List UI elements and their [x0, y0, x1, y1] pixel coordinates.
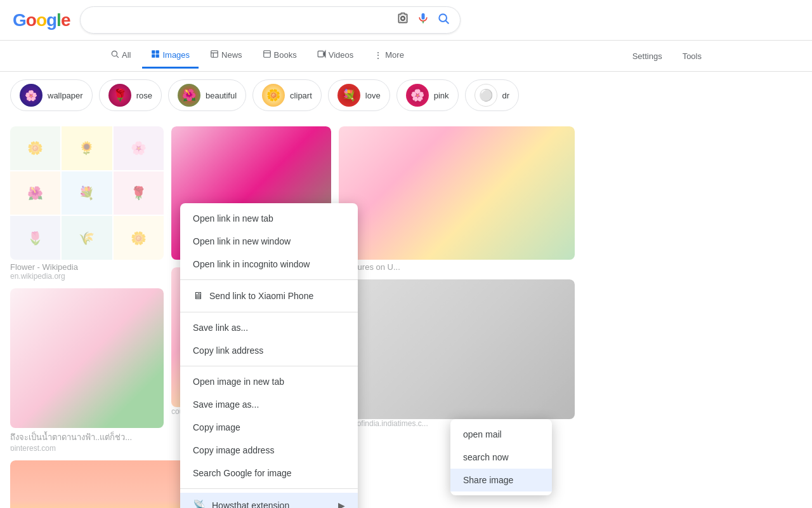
pink-chip-img: 🌸: [406, 84, 429, 107]
nav-bar: All Images News Books Videos ⋮ More Sett…: [0, 41, 812, 72]
ctx-copy-link-label: Copy link address: [193, 345, 263, 356]
svg-point-5: [112, 51, 117, 56]
pink-chip-label: pink: [434, 91, 449, 100]
ctx-howsthat[interactable]: 📡 Howsthat extension ▶: [180, 493, 358, 508]
nav-videos[interactable]: Videos: [308, 43, 363, 69]
ctx-open-image-tab-label: Open image in new tab: [193, 377, 284, 387]
ctx-submenu-arrow: ▶: [338, 500, 345, 509]
rose-image-source: pinterest.com: [10, 444, 164, 453]
wiki-cell-5: 💐: [62, 171, 112, 215]
wiki-cell-1: 🌼: [10, 126, 60, 170]
col3-row2-image: [339, 279, 575, 419]
ctx-open-image-tab[interactable]: Open image in new tab: [180, 370, 358, 393]
svg-rect-14: [263, 51, 270, 58]
image-column-1: 🌼 🌻 🌸 🌺 💐 🌹 🌷 🌾 🌼 Flower - Wikipedia en.…: [10, 126, 164, 453]
image-card-wikipedia[interactable]: 🌼 🌻 🌸 🌺 💐 🌹 🌷 🌾 🌼 Flower - Wikipedia en.…: [10, 126, 164, 281]
nav-videos-label: Videos: [329, 50, 354, 60]
svg-point-1: [402, 17, 405, 20]
filter-chip-love[interactable]: 💐 love: [328, 79, 390, 111]
ctx-save-image[interactable]: Save image as...: [180, 393, 358, 416]
ctx-copy-image-address-label: Copy image address: [193, 445, 274, 455]
bouquet-image: [339, 126, 575, 260]
rose-chip-img: 🌹: [108, 84, 131, 107]
image-card-col3-row2[interactable]: timesofindia.indiatimes.c...: [339, 279, 575, 428]
ctx-xiaomi-icon: 🖥: [193, 290, 203, 302]
wiki-cell-7: 🌷: [10, 216, 60, 260]
image-grid: 🌼 🌻 🌸 🌺 💐 🌹 🌷 🌾 🌼 Flower - Wikipedia en.…: [0, 119, 812, 508]
filter-chips: 🌸 wallpaper 🌹 rose 🌺 beautiful 🌼 clipart…: [0, 72, 812, 119]
search-bar: flower: [80, 6, 461, 34]
ctx-howsthat-icon: 📡: [193, 499, 206, 508]
clipart-chip-img: 🌼: [262, 84, 285, 107]
nav-books[interactable]: Books: [254, 43, 306, 69]
nav-settings[interactable]: Settings: [624, 45, 671, 67]
nav-all[interactable]: All: [102, 43, 140, 69]
love-chip-label: love: [365, 91, 381, 100]
svg-rect-16: [318, 51, 324, 57]
search-button[interactable]: [437, 12, 450, 28]
ctx-sep-4: [180, 488, 358, 489]
search-icons: [396, 12, 450, 28]
nav-all-label: All: [122, 50, 131, 60]
ctx-open-new-window[interactable]: Open link in new window: [180, 230, 358, 253]
google-logo[interactable]: Google: [13, 10, 70, 30]
ctx-save-link[interactable]: Save link as...: [180, 316, 358, 339]
ctx-send-xiaomi-label: Send link to Xiaomi Phone: [209, 291, 313, 301]
all-icon: [110, 50, 119, 60]
images-icon: [151, 50, 160, 60]
beautiful-chip-label: beautiful: [206, 91, 237, 100]
image-card-rose[interactable]: ถึงจะเป็นน้ำตาดานางฟ้า..แต่ก็ช่ว... pint…: [10, 288, 164, 453]
filter-chip-rose[interactable]: 🌹 rose: [99, 79, 162, 111]
col3-row2-bg: [339, 279, 575, 419]
nav-settings-label: Settings: [632, 51, 662, 61]
svg-point-3: [440, 14, 447, 22]
nav-tools[interactable]: Tools: [674, 45, 710, 67]
ctx-open-new-tab[interactable]: Open link in new tab: [180, 207, 358, 230]
image-title-wikipedia: Flower - Wikipedia: [10, 262, 164, 272]
svg-rect-8: [156, 50, 159, 53]
nav-more[interactable]: ⋮ More: [365, 44, 413, 69]
wiki-cell-3: 🌸: [114, 126, 164, 170]
ctx-copy-link[interactable]: Copy link address: [180, 339, 358, 362]
rose-chip-label: rose: [136, 91, 152, 100]
filter-chip-wallpaper[interactable]: 🌸 wallpaper: [10, 79, 93, 111]
ctx-search-google-image[interactable]: Search Google for image: [180, 462, 358, 485]
ctx-save-link-label: Save link as...: [193, 323, 248, 333]
sub-search-now[interactable]: search now: [450, 446, 552, 469]
context-menu: Open link in new tab Open link in new wi…: [180, 203, 358, 508]
rose-image-title: ถึงจะเป็นน้ำตาดานางฟ้า..แต่ก็ช่ว...: [10, 431, 164, 444]
nav-right: Settings Tools: [624, 45, 710, 67]
ctx-copy-image-address[interactable]: Copy image address: [180, 439, 358, 462]
nav-images[interactable]: Images: [142, 43, 199, 69]
nav-news-label: News: [221, 50, 242, 60]
image-column-3: r Pictures on U... timesofindia.indiatim…: [339, 126, 575, 453]
wiki-cell-4: 🌺: [10, 171, 60, 215]
sub-share-image[interactable]: Share image: [450, 469, 552, 491]
videos-icon: [317, 50, 326, 60]
ctx-sep-3: [180, 366, 358, 366]
clipart-chip-label: clipart: [290, 91, 312, 100]
nav-news[interactable]: News: [201, 43, 251, 69]
submenu: open mail search now Share image: [450, 419, 552, 495]
nav-more-label: More: [385, 50, 404, 60]
image-card-bouquet[interactable]: r Pictures on U...: [339, 126, 575, 272]
filter-chip-pink[interactable]: 🌸 pink: [396, 79, 459, 111]
ctx-open-incognito-label: Open link in incognito window: [193, 259, 310, 269]
svg-rect-10: [156, 55, 159, 58]
wiki-cell-2: 🌻: [62, 126, 112, 170]
ctx-open-new-tab-label: Open link in new tab: [193, 213, 273, 224]
wiki-cell-9: 🌼: [114, 216, 164, 260]
camera-search-button[interactable]: [396, 12, 409, 28]
search-input[interactable]: flower: [91, 15, 390, 26]
voice-search-button[interactable]: [417, 12, 429, 28]
sub-open-mail[interactable]: open mail: [450, 423, 552, 446]
ctx-copy-image[interactable]: Copy image: [180, 416, 358, 439]
ctx-send-xiaomi[interactable]: 🖥 Send link to Xiaomi Phone: [180, 284, 358, 308]
image-source-wikipedia: en.wikipedia.org: [10, 272, 164, 281]
ctx-open-incognito[interactable]: Open link in incognito window: [180, 253, 358, 276]
svg-rect-11: [211, 51, 218, 58]
filter-chip-clipart[interactable]: 🌼 clipart: [252, 79, 322, 111]
filter-chip-dr[interactable]: ⚪ dr: [465, 79, 520, 111]
svg-line-6: [117, 56, 119, 58]
filter-chip-beautiful[interactable]: 🌺 beautiful: [168, 79, 246, 111]
